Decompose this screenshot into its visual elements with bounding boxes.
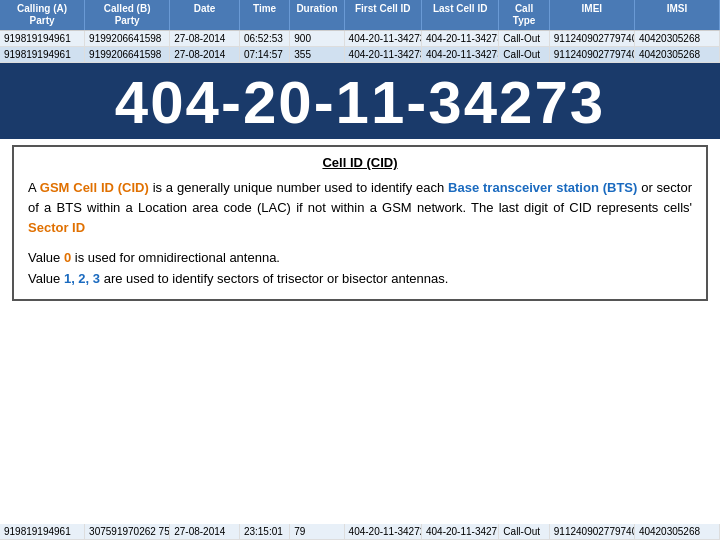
cell-time: 06:52:53 <box>240 31 290 46</box>
cell-duration: 355 <box>290 47 344 62</box>
col-header-call-type: CallType <box>499 0 549 30</box>
cell-id-big-number: 404-20-11-34273 <box>0 73 720 133</box>
table-row: 919819194961 9199206641598 27-08-2014 07… <box>0 47 720 63</box>
col-header-called: Called (B)Party <box>85 0 170 30</box>
col-header-imei: IMEI <box>550 0 635 30</box>
cell-imsi: 40420305268 <box>635 47 720 62</box>
cell-called: 9199206641598 <box>85 31 170 46</box>
col-header-first-cell: First Cell ID <box>345 0 422 30</box>
col-header-time: Time <box>240 0 290 30</box>
cell-imsi: 40420305268 <box>635 31 720 46</box>
info-text-mid-1: is a generally unique number used to ide… <box>149 180 448 195</box>
info-paragraph-2: Value 0 is used for omnidirectional ante… <box>28 248 692 288</box>
info-term-bts: Base transceiver station (BTS) <box>448 180 637 195</box>
cell-date: 27-08-2014 <box>170 47 240 62</box>
info-text-before-1: A <box>28 180 40 195</box>
table-row: 919819194961 307591970262 7590 27-08-201… <box>0 524 720 540</box>
info-values-123: 1, 2, 3 <box>64 271 100 286</box>
cell-call-type: Call-Out <box>499 524 549 539</box>
cell-duration: 79 <box>290 524 344 539</box>
cell-last-cell: 404-20-11-34271 <box>422 524 499 539</box>
col-header-last-cell: Last Cell ID <box>422 0 499 30</box>
cell-first-cell: 404-20-11-34272 <box>345 524 422 539</box>
cell-imei: 911240902779740 <box>550 31 635 46</box>
cell-calling: 919819194961 <box>0 47 85 62</box>
cell-called: 307591970262 7590 <box>85 524 170 539</box>
cell-last-cell: 404-20-11-34273 <box>422 47 499 62</box>
cell-calling: 919819194961 <box>0 524 85 539</box>
cell-call-type: Call-Out <box>499 31 549 46</box>
info-values-after: are used to identify sectors of trisecto… <box>100 271 448 286</box>
col-header-duration: Duration <box>290 0 344 30</box>
cell-imei: 911240902779740 <box>550 524 635 539</box>
col-header-calling: Calling (A)Party <box>0 0 85 30</box>
table-row: 919819194961 9199206641598 27-08-2014 06… <box>0 31 720 47</box>
cell-calling: 919819194961 <box>0 31 85 46</box>
info-value0-before: Value <box>28 250 64 265</box>
cell-last-cell: 404-20-11-34273 <box>422 31 499 46</box>
info-term-sector-id: Sector ID <box>28 220 85 235</box>
cell-imsi: 40420305268 <box>635 524 720 539</box>
table-header: Calling (A)Party Called (B)Party Date Ti… <box>0 0 720 31</box>
cell-called: 9199206641598 <box>85 47 170 62</box>
info-box: Cell ID (CID) A GSM Cell ID (CID) is a g… <box>12 145 708 301</box>
big-number-display: 404-20-11-34273 <box>0 63 720 139</box>
info-paragraph-1: A GSM Cell ID (CID) is a generally uniqu… <box>28 178 692 238</box>
cell-time: 23:15:01 <box>240 524 290 539</box>
col-header-date: Date <box>170 0 240 30</box>
info-box-title: Cell ID (CID) <box>28 155 692 170</box>
col-header-imsi: IMSI <box>635 0 720 30</box>
cell-duration: 900 <box>290 31 344 46</box>
cell-date: 27-08-2014 <box>170 31 240 46</box>
bottom-rows: 919819194961 307591970262 7590 27-08-201… <box>0 524 720 540</box>
cell-call-type: Call-Out <box>499 47 549 62</box>
cell-imei: 911240902779740 <box>550 47 635 62</box>
cell-date: 27-08-2014 <box>170 524 240 539</box>
cell-first-cell: 404-20-11-34273 <box>345 31 422 46</box>
info-term-gsm-cell-id: GSM Cell ID (CID) <box>40 180 149 195</box>
cell-first-cell: 404-20-11-34273 <box>345 47 422 62</box>
cell-time: 07:14:57 <box>240 47 290 62</box>
